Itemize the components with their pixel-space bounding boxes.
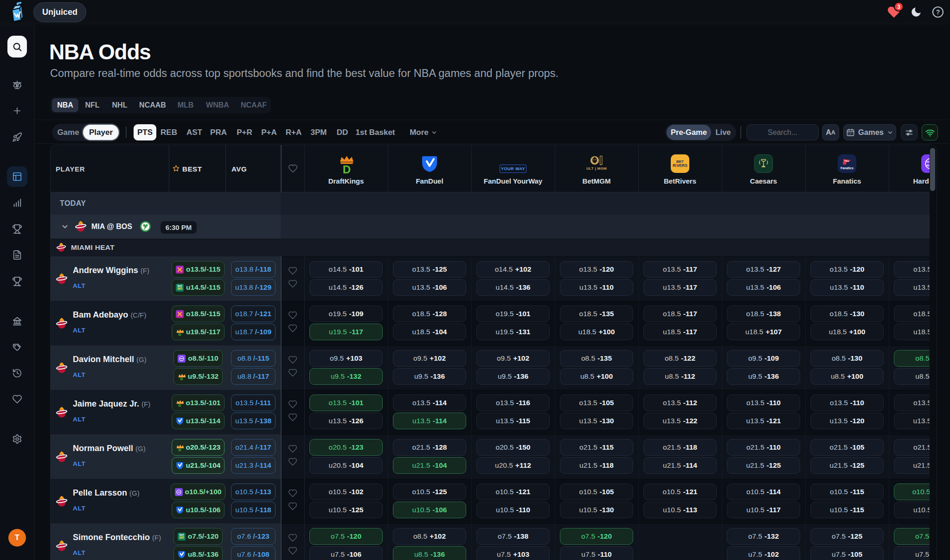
svg-text:D: D (178, 403, 181, 407)
svg-text:D: D (180, 376, 183, 380)
svg-text:D: D (179, 332, 181, 336)
svg-text:ULT | MGM: ULT | MGM (586, 166, 607, 171)
svg-text:D: D (178, 447, 181, 451)
svg-text:?: ? (936, 8, 940, 16)
svg-text:D: D (343, 163, 351, 174)
